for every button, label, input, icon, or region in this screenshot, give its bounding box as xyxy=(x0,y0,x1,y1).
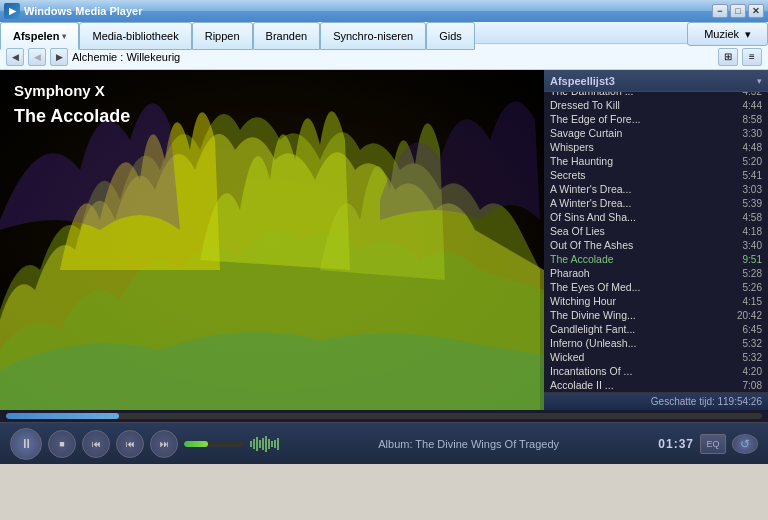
playlist-item[interactable]: Whispers4:48 xyxy=(544,140,768,154)
menu-synchroniseren[interactable]: Synchro-niseren xyxy=(320,22,426,50)
playlist-item[interactable]: Secrets5:41 xyxy=(544,168,768,182)
track-title: The Accolade xyxy=(14,103,130,130)
playlist-item-duration: 3:40 xyxy=(727,240,762,251)
playlist-item[interactable]: The Haunting5:20 xyxy=(544,154,768,168)
playlist-item-duration: 3:30 xyxy=(727,128,762,139)
switch-view-button[interactable]: ↺ xyxy=(732,434,758,454)
track-info: Symphony X The Accolade xyxy=(14,80,130,130)
viz-bar xyxy=(259,440,261,448)
close-button[interactable]: ✕ xyxy=(748,4,764,18)
playlist-item[interactable]: Accolade II ...7:08 xyxy=(544,378,768,392)
playlist-item-name: Incantations Of ... xyxy=(550,365,727,377)
playlist-item-name: Sea Of Lies xyxy=(550,225,727,237)
nav-list-icon[interactable]: ≡ xyxy=(742,48,762,66)
nav-path: Alchemie : Willekeurig xyxy=(72,51,714,63)
muziek-button[interactable]: Muziek ▾ xyxy=(687,22,768,46)
playlist-item-duration: 5:26 xyxy=(727,282,762,293)
playlist-item[interactable]: Inferno (Unleash...5:32 xyxy=(544,336,768,350)
playlist-item-duration: 5:32 xyxy=(727,352,762,363)
playlist-footer: Geschatte tijd: 119:54:26 xyxy=(544,392,768,410)
viz-bar xyxy=(262,438,264,450)
nav-grid-icon[interactable]: ⊞ xyxy=(718,48,738,66)
estimated-time-label: Geschatte tijd: xyxy=(651,396,715,407)
next-prev-button[interactable]: ⏮ xyxy=(116,430,144,458)
progress-fill xyxy=(6,413,119,419)
menu-gids[interactable]: Gids xyxy=(426,22,475,50)
progress-track[interactable] xyxy=(6,413,762,419)
nav-forward-button[interactable]: ◀ xyxy=(28,48,46,66)
playlist-item[interactable]: Out Of The Ashes3:40 xyxy=(544,238,768,252)
window-title: Windows Media Player xyxy=(24,5,712,17)
playlist-item[interactable]: Of Sins And Sha...4:58 xyxy=(544,210,768,224)
menu-branden[interactable]: Branden xyxy=(253,22,321,50)
stop-button[interactable]: ■ xyxy=(48,430,76,458)
playlist-item-duration: 5:32 xyxy=(727,338,762,349)
playlist-item-duration: 8:58 xyxy=(727,114,762,125)
playlist-item[interactable]: Candlelight Fant...6:45 xyxy=(544,322,768,336)
menu-rippen[interactable]: Rippen xyxy=(192,22,253,50)
playlist-item[interactable]: A Winter's Drea...3:03 xyxy=(544,182,768,196)
control-bar: ⏸ ■ ⏮ ⏮ ⏭ Album: The Divine Wings Of Tra… xyxy=(0,422,768,464)
playlist-item[interactable]: Sea Of Lies4:18 xyxy=(544,224,768,238)
maximize-button[interactable]: □ xyxy=(730,4,746,18)
menu-mediabibliotheek[interactable]: Media-bibliotheek xyxy=(79,22,191,50)
playlist-item[interactable]: The Eyes Of Med...5:26 xyxy=(544,280,768,294)
playlist-item-duration: 5:28 xyxy=(727,268,762,279)
playlist-item-duration: 5:41 xyxy=(727,170,762,181)
playlist-item[interactable]: The Accolade9:51 xyxy=(544,252,768,266)
volume-fill xyxy=(184,441,208,447)
playlist-item-name: Wicked xyxy=(550,351,727,363)
playlist-item-name: The Haunting xyxy=(550,155,727,167)
playlist-item[interactable]: The Edge of Fore...8:58 xyxy=(544,112,768,126)
viz-bar xyxy=(253,439,255,449)
playlist-item-duration: 20:42 xyxy=(727,310,762,321)
fast-fwd-button[interactable]: ⏭ xyxy=(150,430,178,458)
playlist-item-duration: 5:20 xyxy=(727,156,762,167)
playlist-item[interactable]: Dressed To Kill4:44 xyxy=(544,98,768,112)
audio-visualizer-icon xyxy=(250,436,279,452)
menu-afspelen[interactable]: Afspelen ▾ xyxy=(0,22,79,50)
playlist-item[interactable]: Pharaoh5:28 xyxy=(544,266,768,280)
viz-bar xyxy=(250,441,252,447)
playlist-item-duration: 3:03 xyxy=(727,184,762,195)
playlist-item-name: Whispers xyxy=(550,141,727,153)
playlist-item[interactable]: Savage Curtain3:30 xyxy=(544,126,768,140)
playlist-list[interactable]: Rapture of Pain5:05Thorns Of Sorrow3:54A… xyxy=(544,92,768,392)
playlist-item[interactable]: Wicked5:32 xyxy=(544,350,768,364)
muziek-arrow-icon: ▾ xyxy=(745,28,751,41)
playlist-item-name: Witching Hour xyxy=(550,295,727,307)
prev-button[interactable]: ⏮ xyxy=(82,430,110,458)
chevron-down-icon: ▾ xyxy=(62,32,66,41)
viz-bar xyxy=(268,439,270,449)
nav-play-button[interactable]: ▶ xyxy=(50,48,68,66)
playlist-item[interactable]: Witching Hour4:15 xyxy=(544,294,768,308)
playlist-item-name: The Edge of Fore... xyxy=(550,113,727,125)
playlist-item-duration: 6:45 xyxy=(727,324,762,335)
playlist-item-duration: 4:15 xyxy=(727,296,762,307)
viz-bar xyxy=(256,437,258,451)
pause-button[interactable]: ⏸ xyxy=(10,428,42,460)
volume-bar[interactable] xyxy=(184,441,244,447)
playlist-item-name: A Winter's Drea... xyxy=(550,197,727,209)
viz-bar xyxy=(277,438,279,450)
playlist-item-duration: 4:44 xyxy=(727,100,762,111)
menu-bar: Afspelen ▾ Media-bibliotheek Rippen Bran… xyxy=(0,22,768,44)
nav-back-button[interactable]: ◀ xyxy=(6,48,24,66)
playlist-item-duration: 4:20 xyxy=(727,366,762,377)
playlist-dropdown-icon[interactable]: ▾ xyxy=(757,76,762,86)
visualization-area: Symphony X The Accolade xyxy=(0,70,544,410)
playlist-item[interactable]: Incantations Of ...4:20 xyxy=(544,364,768,378)
app-icon: ▶ xyxy=(4,3,20,19)
time-display: 01:37 xyxy=(658,437,694,451)
equalizer-button[interactable]: EQ xyxy=(700,434,726,454)
playlist-item-duration: 4:18 xyxy=(727,226,762,237)
playlist-header: Afspeellijst3 ▾ xyxy=(544,70,768,92)
playlist-item[interactable]: The Divine Wing...20:42 xyxy=(544,308,768,322)
playlist-item[interactable]: A Winter's Drea...5:39 xyxy=(544,196,768,210)
minimize-button[interactable]: − xyxy=(712,4,728,18)
playlist-item-duration: 7:08 xyxy=(727,380,762,391)
playlist-area: Afspeellijst3 ▾ Rapture of Pain5:05Thorn… xyxy=(544,70,768,410)
progress-area[interactable] xyxy=(0,410,768,422)
nav-action-icons: ⊞ ≡ xyxy=(718,48,762,66)
playlist-item-name: Accolade II ... xyxy=(550,379,727,391)
